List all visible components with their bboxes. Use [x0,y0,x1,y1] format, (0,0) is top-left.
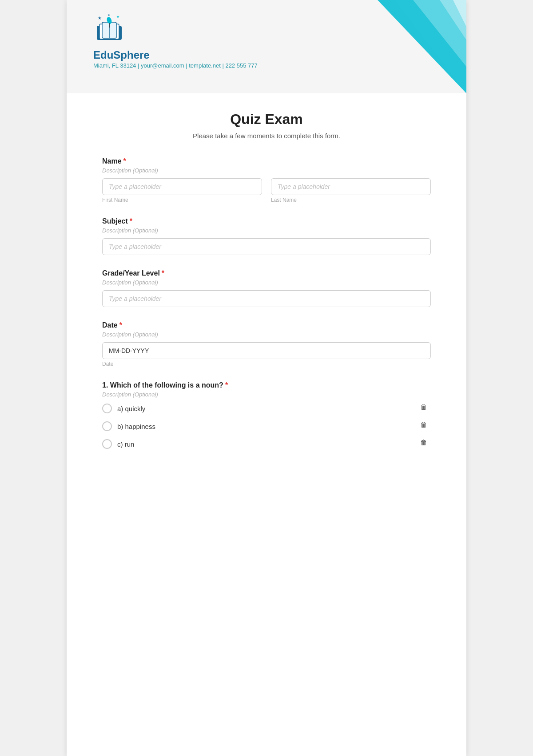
option-c-radio[interactable] [102,439,112,449]
name-label: Name* [102,157,431,165]
option-c-delete-icon[interactable]: 🗑 [420,439,431,449]
name-inputs-row: First Name Last Name [102,178,431,203]
first-name-sublabel: First Name [102,197,262,203]
subject-label: Subject* [102,217,431,225]
brand-tagline: Miami, FL 33124 | your@email.com | templ… [93,62,258,69]
option-b-left: b) happiness [102,421,155,431]
option-b-radio[interactable] [102,421,112,431]
last-name-sublabel: Last Name [271,197,431,203]
option-c-text: c) run [117,440,134,448]
date-required-star: * [119,321,122,329]
name-required-star: * [123,157,126,165]
date-label: Date* [102,321,431,329]
form-content: Quiz Exam Please take a few moments to c… [67,93,466,490]
svg-text:★: ★ [116,15,119,19]
logo-icon: ★ ★ ★ [93,12,125,44]
option-b-row: b) happiness 🗑 [102,421,431,432]
grade-label: Grade/Year Level* [102,269,431,277]
question1-section: 1. Which of the following is a noun?* De… [102,381,431,449]
first-name-col: First Name [102,178,262,203]
question1-options: a) quickly 🗑 b) happiness 🗑 c) run [102,403,431,449]
last-name-input[interactable] [271,178,431,195]
option-b-text: b) happiness [117,423,155,430]
q1-required-star: * [225,381,228,389]
subject-field-section: Subject* Description (Optional) [102,217,431,255]
grade-description: Description (Optional) [102,279,431,286]
date-field-section: Date* Description (Optional) Date [102,321,431,367]
brand-name: EduSphere [93,49,258,61]
grade-required-star: * [162,269,164,277]
option-a-text: a) quickly [117,405,145,412]
option-a-radio[interactable] [102,404,112,413]
name-description: Description (Optional) [102,167,431,174]
grade-field-section: Grade/Year Level* Description (Optional) [102,269,431,307]
date-input[interactable] [102,342,431,359]
option-a-row: a) quickly 🗑 [102,403,431,414]
form-title: Quiz Exam [102,111,431,128]
grade-input[interactable] [102,290,431,307]
name-field-section: Name* Description (Optional) First Name … [102,157,431,203]
subject-required-star: * [130,217,132,225]
question1-label: 1. Which of the following is a noun?* [102,381,431,389]
first-name-input[interactable] [102,178,262,195]
svg-text:★: ★ [98,16,102,20]
question1-description: Description (Optional) [102,391,431,398]
last-name-col: Last Name [271,178,431,203]
option-a-left: a) quickly [102,404,145,413]
date-description: Description (Optional) [102,331,431,338]
header-decor [324,0,466,93]
option-c-row: c) run 🗑 [102,439,431,449]
option-a-delete-icon[interactable]: 🗑 [420,403,431,414]
subject-description: Description (Optional) [102,227,431,234]
subject-input[interactable] [102,238,431,255]
page: ★ ★ ★ EduSphere Miami, FL 33124 | your@e… [67,0,466,756]
option-b-delete-icon[interactable]: 🗑 [420,421,431,432]
logo-area: ★ ★ ★ EduSphere Miami, FL 33124 | your@e… [93,12,258,69]
form-subtitle: Please take a few moments to complete th… [102,132,431,140]
header: ★ ★ ★ EduSphere Miami, FL 33124 | your@e… [67,0,466,93]
svg-text:★: ★ [107,13,110,16]
option-c-left: c) run [102,439,134,449]
date-sublabel: Date [102,361,431,367]
